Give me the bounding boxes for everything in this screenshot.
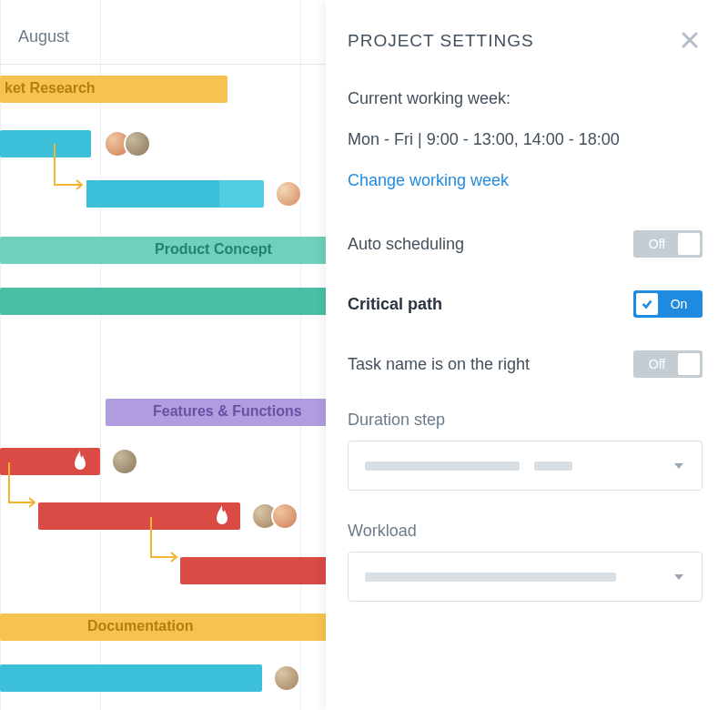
month-label: August [18,27,69,46]
avatar[interactable] [275,180,302,208]
task-name-right-row: Task name is on the right Off [348,350,703,378]
change-working-week-link[interactable]: Change working week [348,171,703,190]
check-icon [641,298,653,310]
critical-path-toggle[interactable]: On [633,290,703,318]
task-name-right-toggle[interactable]: Off [633,350,703,378]
working-week-value: Mon - Fri | 9:00 - 13:00, 14:00 - 18:00 [348,130,703,149]
group-label: Features & Functions [153,403,302,420]
flame-icon [69,450,91,472]
critical-path-row: Critical path On [348,290,703,318]
working-week-label: Current working week: [348,89,703,108]
auto-scheduling-toggle[interactable]: Off [633,230,703,258]
duration-step-label: Duration step [348,411,703,430]
toggle-knob [636,293,658,315]
project-settings-panel: PROJECT SETTINGS Current working week: M… [326,0,728,710]
workload-label: Workload [348,522,703,541]
auto-scheduling-label: Auto scheduling [348,235,464,254]
auto-scheduling-row: Auto scheduling Off [348,230,703,258]
gantt-chart: August ket Research Product Concept Feat… [0,0,328,710]
task-name-right-label: Task name is on the right [348,355,530,374]
duration-step-dropdown[interactable] [348,441,703,491]
task-bar[interactable] [86,180,264,208]
chevron-down-icon [672,571,685,583]
close-button[interactable] [679,29,703,53]
workload-dropdown[interactable] [348,552,703,602]
dropdown-placeholder [365,573,672,582]
task-bar[interactable] [0,664,262,692]
avatar[interactable] [124,130,151,157]
toggle-knob [678,353,700,375]
avatar[interactable] [111,448,138,475]
close-icon [679,29,701,51]
toggle-knob [678,233,700,255]
chevron-down-icon [672,460,685,472]
avatar[interactable] [271,502,298,530]
panel-title: PROJECT SETTINGS [348,31,534,51]
task-bar[interactable] [38,502,240,530]
group-label: Product Concept [155,241,272,258]
dropdown-placeholder [365,462,672,471]
task-bar[interactable] [180,557,328,584]
avatar[interactable] [273,664,300,692]
critical-path-label: Critical path [348,295,442,314]
flame-icon [211,504,233,526]
task-bar[interactable] [0,288,328,315]
group-label: Documentation [87,618,193,634]
group-label: ket Research [5,80,96,96]
